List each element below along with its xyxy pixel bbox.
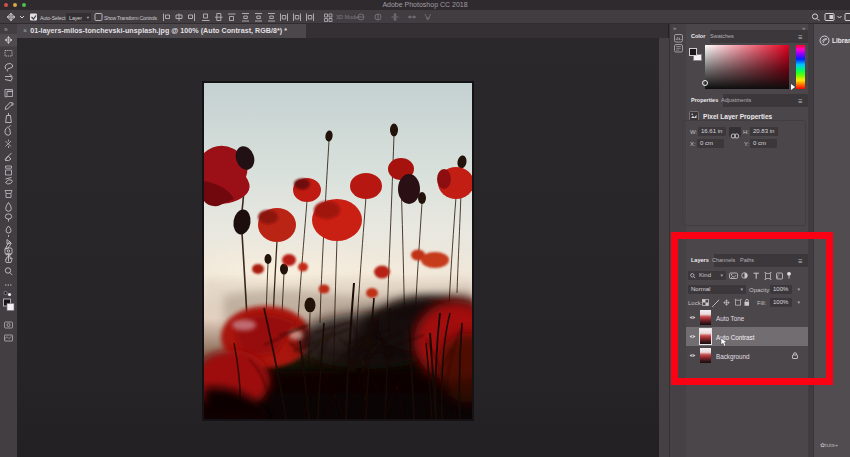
svg-text:»: » xyxy=(4,26,8,33)
svg-text:3D Mode:: 3D Mode: xyxy=(336,14,360,20)
